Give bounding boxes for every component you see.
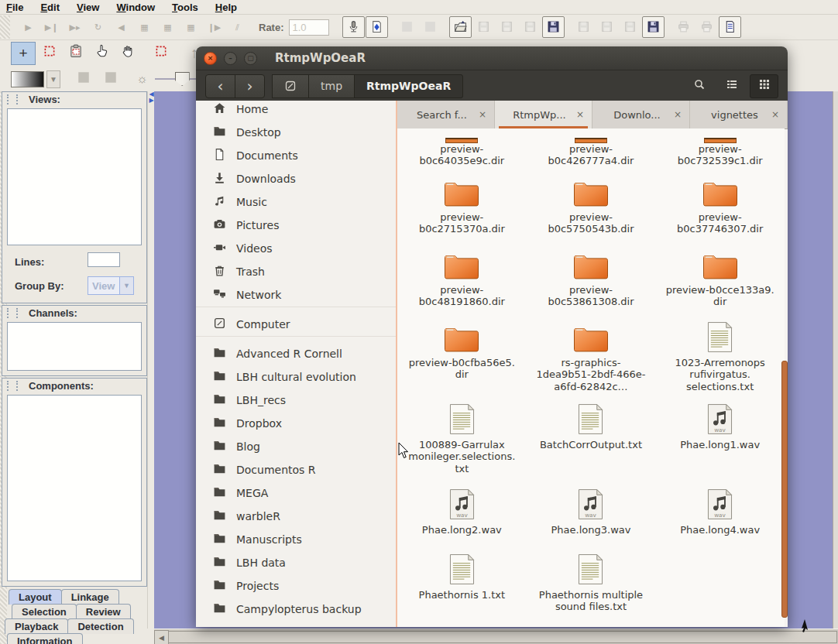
Phae.long2.wav[interactable]: wav Phae.​long2.​wav [400,481,524,546]
search-button[interactable] [685,74,713,98]
sidebar-item[interactable]: Computer [196,313,396,337]
tab[interactable]: Layout [9,589,62,605]
crumb-tmp[interactable]: tmp [308,74,355,98]
paste-document-button[interactable] [719,16,741,38]
channels-list[interactable] [7,322,142,371]
list-view-button[interactable] [717,74,746,98]
preview-b0c64035e9c.dir[interactable]: preview-b0c64035e9c.​dir [400,128,524,169]
sidebar-item[interactable]: Campylopterus backup [196,598,396,621]
sidebar-item[interactable]: Advanced R Cornell [196,342,396,365]
Phae.long4.wav[interactable]: wav Phae.​long4.​wav [658,481,782,546]
selection-tool-button[interactable] [37,42,62,65]
tab[interactable]: Playback [5,618,68,634]
window-tab[interactable]: RtmpWp...× [495,101,592,128]
window-tab[interactable]: Downlo...× [592,101,690,128]
Phaethornis multiple sound files.txt[interactable]: Phaethornis multiple sound files.​txt [529,546,653,627]
group-by-combobox[interactable]: View ▼ [88,276,134,295]
clipboard-selection-button[interactable] [64,42,88,65]
play-reverse-button[interactable]: ◀ [110,16,132,38]
sidebar-item[interactable]: Network [196,283,396,307]
window-tab[interactable]: vignettes× [690,101,788,128]
Phae.long3.wav[interactable]: wav Phae.​long3.​wav [529,481,653,546]
grid-view-button[interactable] [750,74,778,98]
sidebar-item[interactable]: Pictures [196,214,396,237]
BatchCorrOutput.txt[interactable]: BatchCorrOutput.​txt [529,396,653,481]
save-all-button[interactable] [642,16,665,38]
sidebar-item[interactable]: Downloads [196,167,396,190]
colormap-gradient-swatch[interactable] [11,71,44,87]
point-hand-tool-button[interactable] [90,42,115,65]
record-monitor-button[interactable]: ▦ [156,16,179,38]
preview-b0c37746307.dir[interactable]: preview-b0c37746307.​dir [658,169,782,242]
new-sound-window-button[interactable] [366,16,388,38]
print-a-button[interactable] [672,16,695,38]
mixer-button[interactable]: ▦ [180,16,202,38]
play-button[interactable]: ▶ [17,16,39,38]
scrollbar-thumb[interactable] [168,631,837,643]
print-b-button[interactable] [695,16,718,38]
preview-b0c2715370a.dir[interactable]: preview-b0c2715370a.​dir [400,169,524,242]
crosshair-tool-button[interactable]: + [11,42,36,65]
1023-Arremonops rufivirgatus.selections.txt[interactable]: 1023-Arremonops rufivirgatus.​selections… [658,314,782,396]
window-titlebar[interactable]: × – ▢ RtmpWpOeaR [196,46,788,70]
preview-b0cfba56e5.dir[interactable]: preview-b0cfba56e5.​dir [400,314,524,396]
sidebar-item[interactable]: Projects [196,574,396,598]
Phaethornis 1.txt[interactable]: Phaethornis 1.​txt [400,546,524,627]
loop-play-button[interactable]: ↻ [87,16,109,38]
menu-item[interactable]: File [6,2,23,13]
preview-b0c5750543b.dir[interactable]: preview-b0c5750543b.​dir [529,169,653,242]
menu-item[interactable]: View [77,2,99,13]
vertical-scrollbar[interactable] [833,91,838,629]
record-mic-button[interactable] [342,16,365,38]
file-scrollbar[interactable] [781,128,787,622]
scroll-left-icon[interactable]: ◀ [154,630,169,644]
tab[interactable]: Review [76,604,131,619]
components-panel-header[interactable]: Components: [2,379,146,393]
close-icon[interactable]: × [771,109,779,120]
colormap-dropdown-button[interactable]: ▼ [46,70,60,88]
preview-b0c426777a4.dir[interactable]: preview-b0c426777a4.​dir [529,128,653,169]
crumb-current[interactable]: RtmpWpOeaR [354,74,463,98]
save-c-button[interactable] [519,16,541,38]
crumb-device[interactable] [272,74,309,98]
menu-item[interactable]: Window [116,2,155,13]
close-icon[interactable]: × [479,109,486,120]
tab[interactable]: Detection [67,618,133,634]
minimize-icon[interactable]: – [224,52,237,65]
sidebar-item[interactable]: Phaethornis1 [196,621,396,627]
texture-a-button[interactable] [396,16,418,38]
tab[interactable]: Selection [12,604,77,619]
sidebar-item[interactable]: LBH cultural evolution [196,365,396,389]
colormap-a-button[interactable] [70,67,96,91]
horizontal-scrollbar[interactable]: ◀ [154,629,838,644]
sidebar-item[interactable]: Blog [196,435,396,458]
sidebar-item[interactable]: Trash [196,260,396,283]
play-forward-button[interactable]: ▶▸ [64,16,86,38]
preview-b0c53861308.dir[interactable]: preview-b0c53861308.​dir [529,242,653,314]
100889-Garrulax monileger.selections.txt[interactable]: 100889-Garrulax monileger.​selections.​t… [400,396,524,481]
close-icon[interactable]: × [204,52,217,65]
views-list[interactable] [7,108,142,245]
close-icon[interactable]: × [674,109,682,120]
window-tab[interactable]: Search f...× [397,101,495,128]
views-panel-header[interactable]: Views: [2,92,146,107]
stop-button[interactable]: ▦ [133,16,156,38]
forward-button[interactable]: › [235,74,265,98]
menu-item[interactable]: Tools [172,2,198,13]
sidebar-item[interactable]: LBH data [196,551,396,574]
sidebar-item[interactable]: Music [196,190,396,214]
sidebar-item[interactable]: Documentos R [196,458,396,481]
save-window-button[interactable] [542,16,565,38]
export-c-button[interactable] [619,16,641,38]
save-b-button[interactable] [496,16,518,38]
sidebar-item[interactable]: LBH_recs [196,389,396,412]
lines-input[interactable] [88,252,120,267]
play-rate-button[interactable]: ⫽ [226,16,249,38]
sidebar-item[interactable]: Home [196,101,396,121]
sidebar-item[interactable]: MEGA [196,481,396,505]
toolbar-grip[interactable] [0,15,10,39]
menu-item[interactable]: Edit [40,2,60,13]
slider-thumb[interactable] [175,72,190,86]
sidebar-item[interactable]: Videos [196,237,396,260]
back-button[interactable]: ‹ [205,74,235,98]
